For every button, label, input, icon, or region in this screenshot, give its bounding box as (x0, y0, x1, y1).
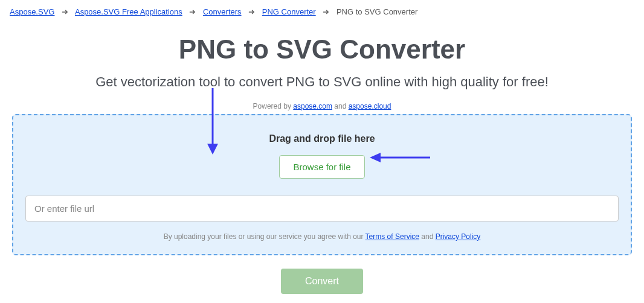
terms-text: By uploading your files or using our ser… (25, 232, 619, 241)
breadcrumb-sep-icon: ➜ (248, 7, 255, 16)
privacy-policy-link[interactable]: Privacy Policy (436, 232, 481, 241)
breadcrumb-current: PNG to SVG Converter (336, 7, 417, 16)
main-content: PNG to SVG Converter Get vectorization t… (0, 34, 644, 294)
powered-prefix: Powered by (253, 102, 294, 110)
terms-prefix: By uploading your files or using our ser… (164, 232, 365, 241)
file-url-input[interactable] (25, 196, 619, 222)
breadcrumb-link-converters[interactable]: Converters (203, 7, 242, 16)
breadcrumb-link-png-converter[interactable]: PNG Converter (262, 7, 316, 16)
breadcrumb-sep-icon: ➜ (62, 7, 68, 16)
page-subtitle: Get vectorization tool to convert PNG to… (0, 74, 644, 90)
terms-of-service-link[interactable]: Terms of Service (365, 232, 419, 241)
powered-link-aspose-cloud[interactable]: aspose.cloud (349, 102, 391, 110)
annotation-arrow-down-icon (204, 88, 222, 155)
breadcrumb-link-free-apps[interactable]: Aspose.SVG Free Applications (75, 7, 182, 16)
page-title: PNG to SVG Converter (0, 34, 644, 65)
svg-marker-1 (207, 144, 218, 155)
powered-and: and (332, 102, 349, 110)
annotation-arrow-left-icon (370, 152, 430, 164)
drag-drop-label: Drag and drop file here (25, 133, 619, 144)
breadcrumb: Aspose.SVG ➜ Aspose.SVG Free Application… (0, 0, 644, 24)
breadcrumb-link-aspose-svg[interactable]: Aspose.SVG (10, 7, 54, 16)
convert-button[interactable]: Convert (281, 269, 363, 294)
powered-by-text: Powered by aspose.com and aspose.cloud (0, 102, 644, 110)
file-dropzone[interactable]: Drag and drop file here Browse for file … (12, 114, 632, 255)
breadcrumb-sep-icon: ➜ (189, 7, 196, 16)
powered-link-aspose-com[interactable]: aspose.com (293, 102, 332, 110)
breadcrumb-sep-icon: ➜ (323, 7, 329, 16)
browse-file-button[interactable]: Browse for file (279, 155, 364, 179)
svg-marker-3 (370, 153, 381, 162)
terms-and: and (419, 232, 436, 241)
